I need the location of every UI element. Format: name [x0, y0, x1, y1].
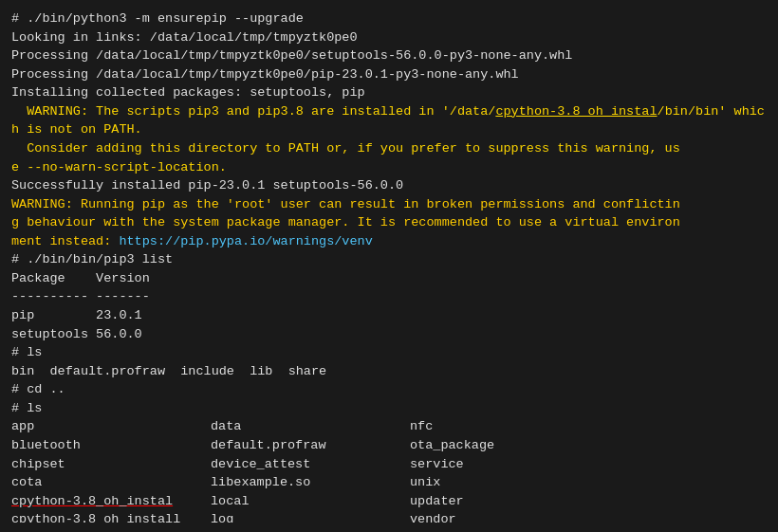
line-21: chipset device_attest service [11, 455, 767, 474]
text: WARNING: Running pip as the 'root' user … [11, 197, 680, 248]
line-3: Processing /data/local/tmp/tmpyztk0pe0/s… [11, 46, 767, 65]
text: # ./bin/bin/pip3 list [11, 252, 173, 266]
line-10: # ./bin/bin/pip3 list [11, 250, 767, 269]
line-11: Package Version [11, 269, 767, 288]
col3: ota_package [410, 436, 494, 455]
text: WARNING: The scripts pip3 and pip3.8 are… [11, 104, 765, 138]
line-18: # ls [11, 399, 767, 418]
text: # ls [11, 401, 42, 415]
line-7: Consider adding this directory to PATH o… [11, 139, 767, 176]
col3: nfc [410, 417, 433, 436]
col3: unix [410, 473, 440, 492]
line-1: # ./bin/python3 -m ensurepip --upgrade [11, 9, 767, 28]
text: Package Version [11, 271, 150, 285]
line-8: Successfully installed pip-23.0.1 setupt… [11, 176, 767, 195]
line-24: cpython-3.8_oh_install log vendor [11, 510, 767, 523]
line-9: WARNING: Running pip as the 'root' user … [11, 195, 767, 251]
col1: bluetooth [11, 436, 211, 455]
col1: cpython-3.8_oh_install [11, 510, 211, 523]
line-17: # cd .. [11, 380, 767, 399]
line-20: bluetooth default.profraw ota_package [11, 436, 767, 455]
col2: log [211, 510, 410, 523]
col2: local [211, 492, 410, 511]
col2: libexample.so [211, 473, 410, 492]
text: Consider adding this directory to PATH o… [11, 141, 680, 174]
line-19: app data nfc [11, 417, 767, 436]
text: bin default.profraw include lib share [11, 364, 326, 378]
col2: data [211, 417, 410, 436]
line-22: cota libexample.so unix [11, 473, 767, 492]
terminal: # ./bin/python3 -m ensurepip --upgrade L… [11, 9, 767, 523]
line-12: ---------- ------- [11, 287, 767, 306]
line-6: WARNING: The scripts pip3 and pip3.8 are… [11, 102, 767, 139]
line-16: bin default.profraw include lib share [11, 362, 767, 381]
col1: cpython-3.8_oh_instal [11, 492, 211, 511]
text: setuptools 56.0.0 [11, 327, 142, 341]
line-15: # ls [11, 343, 767, 362]
line-4: Processing /data/local/tmp/tmpyztk0pe0/p… [11, 65, 767, 84]
text: Processing /data/local/tmp/tmpyztk0pe0/s… [11, 48, 572, 63]
line-13: pip 23.0.1 [11, 306, 767, 325]
col2: default.profraw [211, 436, 410, 455]
line-23: cpython-3.8_oh_instal local updater [11, 492, 767, 511]
text: Processing /data/local/tmp/tmpyztk0pe0/p… [11, 67, 519, 82]
col1: chipset [11, 455, 211, 474]
text: pip 23.0.1 [11, 308, 142, 322]
text: # cd .. [11, 382, 65, 396]
line-14: setuptools 56.0.0 [11, 325, 767, 344]
col3: service [410, 455, 464, 474]
text: # ./bin/python3 -m ensurepip --upgrade [11, 11, 304, 26]
col1: cota [11, 473, 211, 492]
text: # ls [11, 345, 42, 359]
col3: vendor [410, 510, 456, 523]
line-2: Looking in links: /data/local/tmp/tmpyzt… [11, 28, 767, 47]
col1: app [11, 417, 211, 436]
text: Looking in links: /data/local/tmp/tmpyzt… [11, 30, 358, 45]
text: ---------- ------- [11, 289, 150, 303]
text: Successfully installed pip-23.0.1 setupt… [11, 178, 403, 193]
col3: updater [410, 492, 464, 511]
line-5: Installing collected packages: setuptool… [11, 83, 767, 102]
text: Installing collected packages: setuptool… [11, 85, 365, 100]
col2: device_attest [211, 455, 410, 474]
